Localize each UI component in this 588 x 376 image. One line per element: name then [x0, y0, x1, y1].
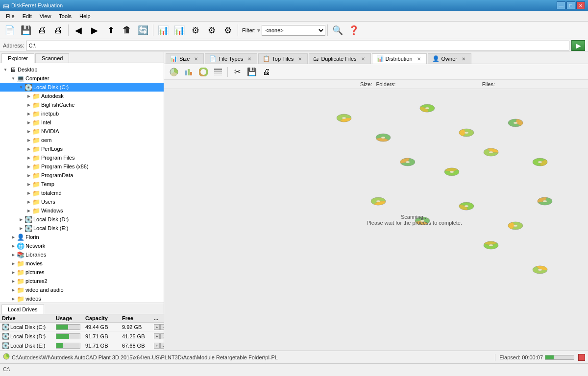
tree-item[interactable]: ▶ 📁 video and audio: [0, 285, 164, 294]
tree-toggle[interactable]: ▶: [10, 269, 17, 276]
tree-toggle[interactable]: ▶: [25, 154, 32, 161]
address-input[interactable]: [26, 41, 569, 50]
tree-toggle[interactable]: ▶: [25, 128, 32, 135]
tree-toggle[interactable]: ▶: [10, 234, 17, 240]
tree-toggle[interactable]: ▶: [25, 110, 32, 117]
tab-close[interactable]: ✕: [460, 55, 467, 62]
drive-row[interactable]: 💽 Local Disk (C:) 49.44 GB 9.92 GB + -: [0, 323, 171, 332]
tree-toggle[interactable]: ▶: [25, 119, 32, 126]
tree-item[interactable]: ▼ 🖥 Desktop: [0, 65, 164, 74]
tree-toggle[interactable]: ▶: [25, 189, 32, 196]
tab-explorer[interactable]: Explorer: [1, 53, 34, 63]
toolbar-up[interactable]: ⬆: [103, 23, 119, 38]
tree-item[interactable]: ▶ 📁 movies: [0, 259, 164, 268]
tree-toggle[interactable]: ▶: [10, 251, 17, 258]
tree-item[interactable]: ▶ 📁 pictures: [0, 268, 164, 277]
toolbar-forward[interactable]: ▶: [87, 23, 102, 38]
tree-item[interactable]: ▶ 📁 totalcmd: [0, 188, 164, 197]
tree-item[interactable]: ▶ 📁 oem: [0, 136, 164, 144]
tree-toggle[interactable]: ▶: [25, 93, 32, 99]
sub-btn-cut[interactable]: ✂: [230, 66, 244, 78]
tree-toggle[interactable]: ▶: [25, 172, 32, 179]
tree-toggle[interactable]: ▶: [10, 278, 17, 284]
tree-toggle[interactable]: ▶: [25, 137, 32, 143]
tab-close[interactable]: ✕: [360, 55, 367, 62]
stop-button[interactable]: [578, 354, 585, 361]
tab-close[interactable]: ✕: [193, 55, 199, 62]
tree-toggle[interactable]: ▶: [25, 207, 32, 214]
toolbar-settings1[interactable]: ⚙: [188, 23, 203, 38]
tree-item[interactable]: ▶ 📁 Program Files: [0, 153, 164, 162]
sub-btn-donut[interactable]: [196, 66, 210, 78]
tree-item[interactable]: ▶ 📁 Users: [0, 197, 164, 206]
panel-tab-file-types[interactable]: 📄 File Types ✕: [205, 53, 257, 64]
tree-item[interactable]: ▼ 💻 Computer: [0, 74, 164, 83]
tree-item[interactable]: ▶ 📁 pictures2: [0, 277, 164, 285]
tree-toggle[interactable]: ▶: [25, 101, 32, 108]
toolbar-print[interactable]: 🖨: [34, 23, 50, 38]
panel-tab-owner[interactable]: 👤 Owner ✕: [428, 53, 471, 64]
menu-tools[interactable]: Tools: [55, 12, 75, 20]
tree-toggle[interactable]: ▶: [18, 216, 24, 223]
maximize-button[interactable]: □: [566, 1, 575, 9]
menu-help[interactable]: Help: [75, 12, 95, 20]
drive-row[interactable]: 💽 Local Disk (E:) 91.71 GB 67.68 GB + -: [0, 341, 171, 351]
toolbar-settings3[interactable]: ⚙: [220, 23, 236, 38]
drive-row[interactable]: 💽 Local Disk (D:) 91.71 GB 41.25 GB + -: [0, 332, 171, 341]
tree-toggle[interactable]: ▶: [25, 145, 32, 152]
toolbar-save[interactable]: 💾: [18, 23, 34, 38]
tree-item[interactable]: ▶ 📁 PerfLogs: [0, 144, 164, 153]
toolbar-new[interactable]: 📄: [2, 23, 18, 38]
tree-item[interactable]: ▶ 📁 Windows: [0, 206, 164, 215]
tree-item[interactable]: ▶ 📁 Temp: [0, 180, 164, 188]
tree-toggle[interactable]: ▼: [18, 84, 24, 91]
tree-item[interactable]: ▶ 📁 BigFishCache: [0, 100, 164, 109]
tree-item[interactable]: ▶ 💽 Local Disk (E:): [0, 224, 164, 233]
sub-btn-table[interactable]: [211, 66, 225, 78]
tree-toggle[interactable]: ▶: [25, 198, 32, 205]
tree-toggle[interactable]: ▼: [10, 75, 17, 82]
sub-btn-save-report[interactable]: 💾: [245, 66, 259, 78]
tree-toggle[interactable]: ▶: [10, 242, 17, 249]
tree-toggle[interactable]: ▶: [18, 225, 24, 232]
tree-item[interactable]: ▶ 💽 Local Disk (D:): [0, 215, 164, 224]
drives-tab[interactable]: Local Drives: [1, 305, 44, 314]
menu-edit[interactable]: Edit: [19, 12, 36, 20]
tab-close[interactable]: ✕: [246, 55, 253, 62]
tree-item[interactable]: ▶ 📁 Autodesk: [0, 92, 164, 100]
tree-toggle[interactable]: ▼: [2, 66, 9, 73]
tree-toggle[interactable]: ▶: [10, 295, 17, 302]
toolbar-help[interactable]: ❓: [346, 23, 362, 38]
toolbar-delete[interactable]: 🗑: [119, 23, 135, 38]
menu-file[interactable]: File: [2, 12, 19, 20]
tree-item[interactable]: ▼ 💽 Local Disk (C:): [0, 83, 164, 92]
tree-item[interactable]: ▶ 📚 Libraries: [0, 250, 164, 259]
tree-toggle[interactable]: ▶: [25, 181, 32, 188]
panel-tab-distribution[interactable]: 📊 Distribution ✕: [372, 53, 427, 64]
tree-item[interactable]: ▶ 👤 Florin: [0, 233, 164, 241]
tree-item[interactable]: ▶ 📁 NVIDIA: [0, 127, 164, 136]
tab-close[interactable]: ✕: [416, 55, 422, 62]
panel-tab-size[interactable]: 📊 Size ✕: [166, 53, 204, 64]
tree-item[interactable]: ▶ 📁 videos: [0, 294, 164, 303]
address-go-button[interactable]: ▶: [571, 40, 585, 51]
tree-item[interactable]: ▶ 📁 ProgramData: [0, 171, 164, 180]
minimize-button[interactable]: —: [557, 1, 565, 9]
filter-select[interactable]: <none>: [262, 25, 325, 36]
sub-btn-piechart[interactable]: [167, 66, 181, 78]
toolbar-print2[interactable]: 🖨: [50, 23, 66, 38]
sub-btn-barchart[interactable]: [182, 66, 196, 78]
tree-item[interactable]: ▶ 📁 Intel: [0, 118, 164, 127]
panel-tab-duplicate-files[interactable]: 🗂 Duplicate Files ✕: [309, 53, 370, 64]
tree-item[interactable]: ▶ 📁 inetpub: [0, 109, 164, 118]
sub-btn-print-report[interactable]: 🖨: [260, 66, 273, 78]
tab-scanned[interactable]: Scanned: [35, 53, 69, 63]
tree-toggle[interactable]: ▶: [25, 163, 32, 170]
tree-item[interactable]: ▶ 📁 Program Files (x86): [0, 162, 164, 171]
tree-toggle[interactable]: ▶: [10, 286, 17, 293]
tab-close[interactable]: ✕: [296, 55, 303, 62]
tree-toggle[interactable]: ▶: [10, 260, 17, 267]
toolbar-chart1[interactable]: 📊: [155, 23, 171, 38]
close-button[interactable]: ✕: [576, 1, 585, 9]
toolbar-back[interactable]: ◀: [71, 23, 86, 38]
